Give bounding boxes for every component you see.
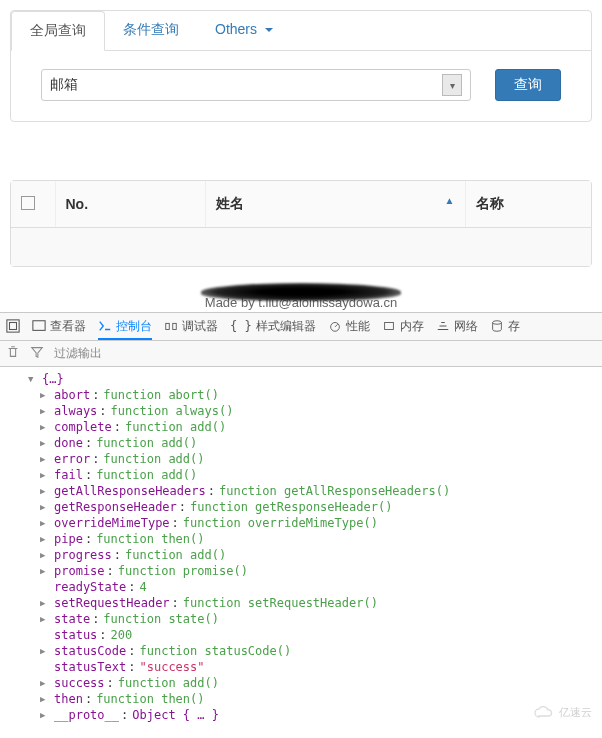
- storage-icon: [490, 319, 504, 333]
- column-name[interactable]: 姓名▲: [205, 181, 465, 228]
- prop-key: done: [54, 435, 83, 451]
- console-prop-row[interactable]: ▶statusCode: function statusCode(): [28, 643, 602, 659]
- tab-condition-query[interactable]: 条件查询: [105, 11, 197, 50]
- sort-asc-icon: ▲: [445, 195, 455, 206]
- prop-key: promise: [54, 563, 105, 579]
- tab-others-label: Others: [215, 21, 257, 37]
- trash-icon[interactable]: [6, 345, 20, 362]
- prop-value: 200: [111, 627, 133, 643]
- tab-global-query[interactable]: 全局查询: [11, 11, 105, 51]
- prop-key: setRequestHeader: [54, 595, 170, 611]
- memory-icon: [382, 319, 396, 333]
- empty-row: [11, 228, 591, 266]
- prop-key: __proto__: [54, 707, 119, 723]
- prop-key: getResponseHeader: [54, 499, 177, 515]
- devtools-panel: 查看器 控制台 调试器 { }样式编辑器 性能 内存 网络 存 过滤输出 ▼{……: [0, 312, 602, 731]
- console-prop-row[interactable]: ▶progress: function add(): [28, 547, 602, 563]
- devtools-show-button[interactable]: [6, 319, 20, 333]
- console-prop-row[interactable]: ▶then: function then(): [28, 691, 602, 707]
- prop-value: function getAllResponseHeaders(): [219, 483, 450, 499]
- prop-key: statusCode: [54, 643, 126, 659]
- console-prop-row[interactable]: status: 200: [28, 627, 602, 643]
- prop-key: statusText: [54, 659, 126, 675]
- console-prop-row[interactable]: ▶promise: function promise(): [28, 563, 602, 579]
- console-prop-row[interactable]: ▶overrideMimeType: function overrideMime…: [28, 515, 602, 531]
- console-prop-row[interactable]: ▶done: function add(): [28, 435, 602, 451]
- svg-rect-4: [173, 323, 177, 329]
- expand-arrow-icon: ▶: [40, 595, 52, 611]
- column-checkbox[interactable]: [11, 181, 55, 228]
- prop-key: fail: [54, 467, 83, 483]
- svg-rect-1: [10, 323, 17, 330]
- prop-key: readyState: [54, 579, 126, 595]
- inspector-icon: [32, 319, 46, 333]
- console-prop-row[interactable]: ▶always: function always(): [28, 403, 602, 419]
- console-prop-row[interactable]: ▶error: function add(): [28, 451, 602, 467]
- prop-value: function always(): [111, 403, 234, 419]
- expand-arrow-icon: ▶: [40, 403, 52, 419]
- expand-arrow-icon: ▶: [40, 611, 52, 627]
- prop-value: function then(): [96, 691, 204, 707]
- console-prop-row[interactable]: ▶abort: function abort(): [28, 387, 602, 403]
- field-select[interactable]: 邮箱 ▾: [41, 69, 471, 101]
- column-no[interactable]: No.: [55, 181, 205, 228]
- expand-arrow-icon: ▶: [40, 643, 52, 659]
- console-prop-row[interactable]: ▶setRequestHeader: function setRequestHe…: [28, 595, 602, 611]
- prop-key: error: [54, 451, 90, 467]
- svg-rect-6: [384, 323, 393, 330]
- prop-value: function statusCode(): [139, 643, 291, 659]
- expand-arrow-icon: ▶: [40, 387, 52, 403]
- prop-value: function promise(): [118, 563, 248, 579]
- prop-value: function add(): [118, 675, 219, 691]
- console-prop-row[interactable]: ▶complete: function add(): [28, 419, 602, 435]
- expand-arrow-icon: ▶: [40, 435, 52, 451]
- devtools-console[interactable]: 控制台: [98, 312, 152, 340]
- prop-value: function state(): [103, 611, 219, 627]
- devtools-memory[interactable]: 内存: [382, 318, 424, 335]
- expand-arrow-icon: ▶: [40, 563, 52, 579]
- svg-rect-3: [166, 323, 170, 329]
- console-prop-row[interactable]: ▶pipe: function then(): [28, 531, 602, 547]
- tab-others[interactable]: Others: [197, 11, 291, 50]
- prop-value: function add(): [125, 547, 226, 563]
- filter-input[interactable]: 过滤输出: [54, 345, 102, 362]
- query-tabs: 全局查询 条件查询 Others: [11, 11, 591, 51]
- prop-key: progress: [54, 547, 112, 563]
- devtools-toolbar: 查看器 控制台 调试器 { }样式编辑器 性能 内存 网络 存: [0, 313, 602, 341]
- debugger-icon: [164, 319, 178, 333]
- prop-key: status: [54, 627, 97, 643]
- console-prop-row[interactable]: ▶success: function add(): [28, 675, 602, 691]
- svg-rect-2: [33, 321, 45, 331]
- query-button[interactable]: 查询: [495, 69, 561, 101]
- object-header[interactable]: ▼{…}: [28, 371, 602, 387]
- column-name2[interactable]: 名称: [465, 181, 591, 228]
- devtools-style[interactable]: { }样式编辑器: [230, 318, 316, 335]
- console-prop-row[interactable]: ▶state: function state(): [28, 611, 602, 627]
- perf-icon: [328, 319, 342, 333]
- prop-value: function getResponseHeader(): [190, 499, 392, 515]
- prop-key: then: [54, 691, 83, 707]
- expand-arrow-icon: ▶: [40, 467, 52, 483]
- devtools-network[interactable]: 网络: [436, 318, 478, 335]
- filter-icon[interactable]: [30, 345, 44, 362]
- query-panel: 全局查询 条件查询 Others 邮箱 ▾ 查询: [10, 10, 592, 122]
- devtools-inspector[interactable]: 查看器: [32, 318, 86, 335]
- console-prop-row[interactable]: ▶__proto__: Object { … }: [28, 707, 602, 723]
- devtools-debugger[interactable]: 调试器: [164, 318, 218, 335]
- console-prop-row[interactable]: readyState: 4: [28, 579, 602, 595]
- collapse-arrow-icon: ▼: [28, 371, 40, 387]
- devtools-performance[interactable]: 性能: [328, 318, 370, 335]
- expand-arrow-icon: ▶: [40, 515, 52, 531]
- console-prop-row[interactable]: ▶getResponseHeader: function getResponse…: [28, 499, 602, 515]
- prop-value: 4: [139, 579, 146, 595]
- select-arrow-icon: ▾: [442, 74, 462, 96]
- prop-key: abort: [54, 387, 90, 403]
- devtools-filter-row: 过滤输出: [0, 341, 602, 367]
- console-prop-row[interactable]: statusText: "success": [28, 659, 602, 675]
- prop-key: state: [54, 611, 90, 627]
- devtools-storage[interactable]: 存: [490, 318, 520, 335]
- console-prop-row[interactable]: ▶getAllResponseHeaders: function getAllR…: [28, 483, 602, 499]
- field-select-value: 邮箱: [50, 76, 78, 94]
- console-prop-row[interactable]: ▶fail: function add(): [28, 467, 602, 483]
- page-footer: Made by t.liu@aloinissaydowa.cn: [0, 277, 602, 310]
